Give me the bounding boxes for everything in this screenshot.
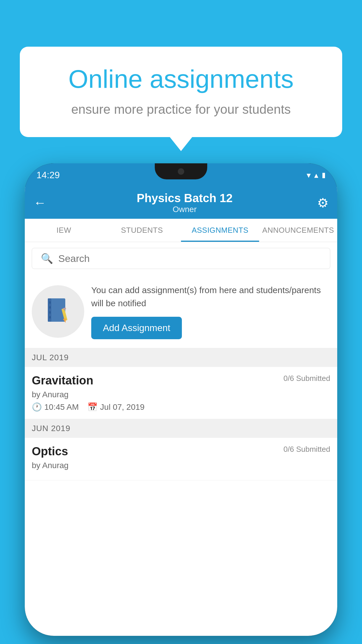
add-assignment-button[interactable]: Add Assignment	[91, 317, 182, 339]
wifi-icon: ▾	[307, 170, 311, 180]
search-bar-container: 🔍	[25, 242, 337, 275]
assignment-name-optics: Optics	[32, 445, 68, 458]
month-header-jul: JUL 2019	[25, 348, 337, 367]
promo-section: You can add assignment(s) from here and …	[25, 275, 337, 348]
assignment-submitted-optics: 0/6 Submitted	[284, 445, 330, 454]
assignment-item-optics[interactable]: Optics 0/6 Submitted by Anurag	[25, 438, 337, 480]
promo-icon-circle	[32, 285, 84, 338]
search-icon: 🔍	[41, 253, 53, 264]
promo-text: You can add assignment(s) from here and …	[91, 284, 330, 339]
battery-icon: ▮	[322, 171, 326, 179]
search-input[interactable]	[58, 253, 321, 264]
search-bar: 🔍	[32, 248, 330, 269]
assignment-name: Gravitation	[32, 374, 93, 387]
assignment-meta: 🕐 10:45 AM 📅 Jul 07, 2019	[32, 402, 330, 412]
phone-frame: 14:29 ▾ ▴ ▮ ← Physics Batch 12 Owner ⚙ I…	[25, 163, 337, 636]
batch-subtitle: Owner	[52, 205, 317, 214]
status-bar: 14:29 ▾ ▴ ▮	[25, 163, 337, 187]
assignment-submitted: 0/6 Submitted	[284, 374, 330, 383]
assignment-time-value: 10:45 AM	[44, 402, 79, 412]
assignment-time: 🕐 10:45 AM	[32, 402, 79, 412]
promo-description: You can add assignment(s) from here and …	[91, 284, 330, 310]
app-content: ← Physics Batch 12 Owner ⚙ IEW STUDENTS …	[25, 187, 337, 636]
assignment-top-optics: Optics 0/6 Submitted	[32, 445, 330, 458]
signal-icon: ▴	[314, 170, 318, 180]
speech-bubble-title: Online assignments	[43, 64, 319, 94]
assignment-item-gravitation[interactable]: Gravitation 0/6 Submitted by Anurag 🕐 10…	[25, 367, 337, 419]
svg-rect-5	[49, 316, 51, 318]
tab-students-label: STUDENTS	[121, 226, 163, 235]
tab-announcements-label: ANNOUNCEMENTS	[262, 226, 334, 235]
batch-title: Physics Batch 12	[52, 192, 317, 205]
back-button[interactable]: ←	[34, 195, 46, 210]
speech-bubble-subtitle: ensure more practice for your students	[43, 102, 319, 117]
settings-button[interactable]: ⚙	[317, 195, 328, 210]
status-time: 14:29	[36, 170, 60, 181]
tab-bar: IEW STUDENTS ASSIGNMENTS ANNOUNCEMENTS	[25, 219, 337, 242]
assignment-date: 📅 Jul 07, 2019	[87, 402, 145, 412]
month-header-jun: JUN 2019	[25, 419, 337, 438]
clock-icon: 🕐	[32, 402, 42, 412]
camera	[178, 168, 184, 175]
speech-bubble: Online assignments ensure more practice …	[20, 47, 342, 137]
assignment-top: Gravitation 0/6 Submitted	[32, 374, 330, 387]
tab-iew-label: IEW	[57, 226, 71, 235]
tab-iew[interactable]: IEW	[25, 219, 103, 242]
tab-assignments[interactable]: ASSIGNMENTS	[181, 219, 259, 242]
svg-rect-2	[49, 301, 51, 304]
app-bar-title-area: Physics Batch 12 Owner	[52, 192, 317, 214]
status-icons: ▾ ▴ ▮	[307, 170, 326, 180]
assignment-by: by Anurag	[32, 390, 330, 399]
svg-rect-4	[49, 311, 51, 314]
svg-rect-3	[49, 306, 51, 309]
notebook-svg-icon	[45, 297, 71, 326]
tab-assignments-label: ASSIGNMENTS	[192, 226, 249, 235]
tab-announcements[interactable]: ANNOUNCEMENTS	[259, 219, 337, 242]
speech-bubble-container: Online assignments ensure more practice …	[20, 47, 342, 137]
app-bar: ← Physics Batch 12 Owner ⚙	[25, 187, 337, 219]
assignment-by-optics: by Anurag	[32, 461, 330, 470]
notch	[155, 163, 207, 179]
assignment-date-value: Jul 07, 2019	[100, 402, 145, 412]
calendar-icon: 📅	[87, 402, 98, 412]
tab-students[interactable]: STUDENTS	[103, 219, 181, 242]
